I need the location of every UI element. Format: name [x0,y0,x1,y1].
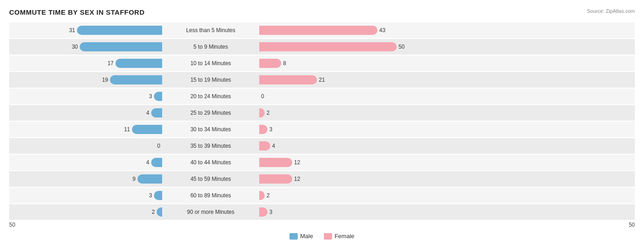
male-bar [80,42,162,51]
table-row: 9 45 to 59 Minutes 12 [9,171,635,187]
table-row: 3 60 to 89 Minutes 2 [9,188,635,203]
row-label: Less than 5 Minutes [165,27,257,33]
left-section: 3 [9,191,165,200]
male-value: 0 [150,143,160,149]
female-bar [259,158,292,167]
female-bar [259,125,267,134]
male-bar [77,26,162,35]
legend-male: Male [289,233,313,240]
source-label: Source: ZipAtlas.com [587,8,635,14]
left-section: 3 [9,92,165,101]
right-section: 2 [257,191,412,200]
row-label: 5 to 9 Minutes [165,44,257,50]
right-section: 12 [257,158,412,167]
row-label: 30 to 34 Minutes [165,126,257,133]
female-bar [259,26,377,35]
legend-female: Female [324,233,354,240]
female-value: 3 [269,126,279,133]
male-value: 9 [126,176,136,182]
male-value: 3 [142,93,152,100]
table-row: 2 90 or more Minutes 3 [9,204,635,220]
table-row: 3 20 to 24 Minutes 0 [9,89,635,104]
rows-wrapper: 31 Less than 5 Minutes 43 30 5 to 9 Minu… [9,22,635,220]
left-section: 11 [9,125,165,134]
left-section: 19 [9,75,165,84]
female-value: 43 [379,27,389,33]
female-bar [259,174,292,184]
row-label: 25 to 29 Minutes [165,110,257,116]
left-section: 31 [9,26,165,35]
male-bar [115,59,162,68]
table-row: 0 35 to 39 Minutes 4 [9,138,635,154]
male-value: 19 [98,77,108,83]
female-bar [259,141,270,151]
right-section: 4 [257,141,412,151]
row-label: 90 or more Minutes [165,209,257,215]
male-bar [154,191,162,200]
male-value: 11 [120,126,130,133]
male-label: Male [300,233,313,240]
row-label: 20 to 24 Minutes [165,93,257,100]
female-bar [259,191,265,200]
female-bar [259,59,281,68]
female-value: 3 [269,209,279,215]
right-section: 21 [257,75,412,84]
female-value: 4 [272,143,282,149]
female-value: 21 [319,77,329,83]
table-row: 4 25 to 29 Minutes 2 [9,105,635,121]
male-value: 17 [104,60,114,67]
male-swatch [289,233,298,240]
female-value: 0 [261,93,271,100]
right-section: 0 [257,92,412,101]
left-section: 30 [9,42,165,51]
right-section: 50 [257,42,412,51]
table-row: 4 40 to 44 Minutes 12 [9,155,635,170]
table-row: 31 Less than 5 Minutes 43 [9,22,635,38]
table-row: 11 30 to 34 Minutes 3 [9,122,635,137]
row-label: 15 to 19 Minutes [165,77,257,83]
right-section: 8 [257,59,412,68]
female-bar [259,108,265,117]
row-label: 40 to 44 Minutes [165,159,257,166]
male-value: 2 [145,209,155,215]
row-label: 10 to 14 Minutes [165,60,257,67]
female-label: Female [334,233,354,240]
male-bar [137,174,162,184]
male-bar [132,125,162,134]
legend: Male Female [9,233,635,240]
left-section: 4 [9,108,165,117]
table-row: 30 5 to 9 Minutes 50 [9,39,635,55]
left-section: 9 [9,174,165,184]
row-label: 45 to 59 Minutes [165,176,257,182]
left-section: 4 [9,158,165,167]
male-value: 31 [65,27,75,33]
female-bar [259,75,317,84]
left-section: 0 [9,141,165,151]
chart-container: COMMUTE TIME BY SEX IN STAFFORD Source: … [0,0,644,240]
left-section: 2 [9,207,165,217]
male-bar [157,207,162,217]
male-value: 4 [139,159,149,166]
female-value: 8 [283,60,293,67]
chart-title: COMMUTE TIME BY SEX IN STAFFORD [9,8,635,16]
axis-labels: 50 50 [9,222,635,228]
right-section: 3 [257,125,412,134]
row-label: 60 to 89 Minutes [165,192,257,199]
right-section: 43 [257,26,412,35]
right-section: 3 [257,207,412,217]
table-row: 19 15 to 19 Minutes 21 [9,72,635,88]
male-value: 30 [68,44,78,50]
right-section: 2 [257,108,412,117]
male-bar [151,158,162,167]
right-section: 12 [257,174,412,184]
row-label: 35 to 39 Minutes [165,143,257,149]
male-value: 4 [139,110,149,116]
left-section: 17 [9,59,165,68]
female-value: 12 [294,159,304,166]
axis-left: 50 [9,222,15,228]
female-value: 2 [267,192,277,199]
female-bar [259,207,267,217]
male-bar [154,92,162,101]
female-swatch [324,233,332,240]
axis-right: 50 [629,222,635,228]
